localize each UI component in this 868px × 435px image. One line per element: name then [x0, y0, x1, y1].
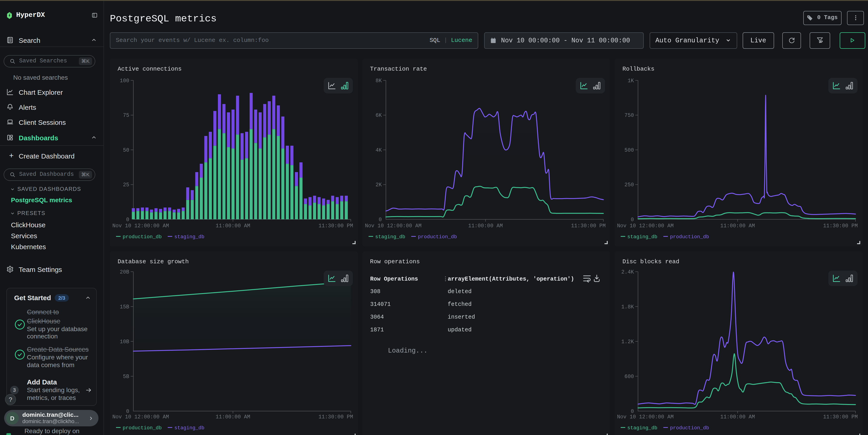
svg-text:Nov 10 12:00:00 AM: Nov 10 12:00:00 AM — [365, 223, 421, 229]
svg-text:fetched: fetched — [447, 301, 471, 308]
svg-text:11:30:00 PM: 11:30:00 PM — [823, 414, 858, 420]
svg-text:11:00:00 AM: 11:00:00 AM — [216, 414, 250, 420]
svg-text:10B: 10B — [120, 339, 129, 345]
svg-text:0: 0 — [126, 216, 129, 223]
svg-text:Nov 10 12:00:00 AM: Nov 10 12:00:00 AM — [617, 414, 674, 420]
svg-text:11:00:00 AM: 11:00:00 AM — [468, 223, 503, 229]
svg-text:Row Operations: Row Operations — [370, 276, 418, 282]
svg-text:25: 25 — [123, 182, 129, 188]
svg-text:Nov 10 12:00:00 AM: Nov 10 12:00:00 AM — [617, 223, 674, 229]
svg-text:staging_db: staging_db — [627, 234, 658, 240]
svg-text:15B: 15B — [120, 304, 129, 310]
svg-text:20B: 20B — [120, 269, 129, 275]
svg-text:staging_db: staging_db — [175, 234, 205, 240]
svg-text:11:30:00 PM: 11:30:00 PM — [318, 223, 353, 229]
svg-text:Loading...: Loading... — [388, 347, 427, 355]
svg-text:0: 0 — [379, 216, 382, 223]
svg-text:3064: 3064 — [370, 314, 383, 321]
svg-text:production_db: production_db — [418, 234, 457, 240]
svg-text:6K: 6K — [375, 112, 382, 119]
svg-text:production_db: production_db — [670, 234, 709, 240]
svg-text:inserted: inserted — [447, 314, 475, 321]
svg-text:production_db: production_db — [123, 425, 162, 431]
svg-text:updated: updated — [447, 327, 471, 333]
svg-text:1K: 1K — [628, 78, 634, 83]
svg-text:750: 750 — [625, 112, 634, 119]
svg-text:Nov 10 12:00:00 AM: Nov 10 12:00:00 AM — [113, 414, 169, 420]
svg-text:250: 250 — [625, 182, 634, 188]
svg-text:75: 75 — [123, 112, 129, 119]
svg-text:11:30:00 PM: 11:30:00 PM — [318, 414, 353, 420]
svg-text:11:30:00 PM: 11:30:00 PM — [823, 223, 858, 229]
svg-text:500: 500 — [625, 147, 634, 153]
svg-text:308: 308 — [370, 288, 380, 295]
svg-text:8K: 8K — [375, 78, 382, 83]
svg-text:2K: 2K — [375, 182, 382, 188]
svg-text:11:00:00 AM: 11:00:00 AM — [720, 223, 755, 229]
svg-text:0: 0 — [126, 409, 129, 414]
svg-text:100: 100 — [120, 78, 129, 83]
svg-text:1871: 1871 — [370, 327, 383, 333]
svg-text:11:30:00 PM: 11:30:00 PM — [571, 223, 606, 229]
svg-text:deleted: deleted — [447, 288, 471, 295]
svg-text:staging_db: staging_db — [627, 425, 658, 431]
svg-text:0: 0 — [631, 409, 634, 414]
svg-text:staging_db: staging_db — [175, 425, 205, 431]
svg-text:0: 0 — [631, 216, 634, 223]
svg-text:staging_db: staging_db — [375, 234, 405, 240]
svg-text:production_db: production_db — [123, 234, 162, 240]
svg-text:11:00:00 AM: 11:00:00 AM — [216, 223, 250, 229]
svg-text:5B: 5B — [123, 374, 129, 380]
svg-text:600: 600 — [625, 374, 634, 380]
svg-text:11:00:00 AM: 11:00:00 AM — [720, 414, 755, 420]
svg-text:50: 50 — [123, 147, 129, 153]
svg-text:arrayElement(Attributes, 'oper: arrayElement(Attributes, 'operation') — [447, 276, 574, 282]
svg-text:1.8K: 1.8K — [621, 304, 634, 310]
svg-text:Nov 10 12:00:00 AM: Nov 10 12:00:00 AM — [113, 223, 169, 229]
svg-text:4K: 4K — [375, 147, 382, 153]
svg-text:314071: 314071 — [370, 301, 391, 308]
svg-text:production_db: production_db — [670, 425, 709, 431]
svg-text:2.4K: 2.4K — [621, 269, 634, 275]
svg-text:1.2K: 1.2K — [621, 339, 634, 345]
